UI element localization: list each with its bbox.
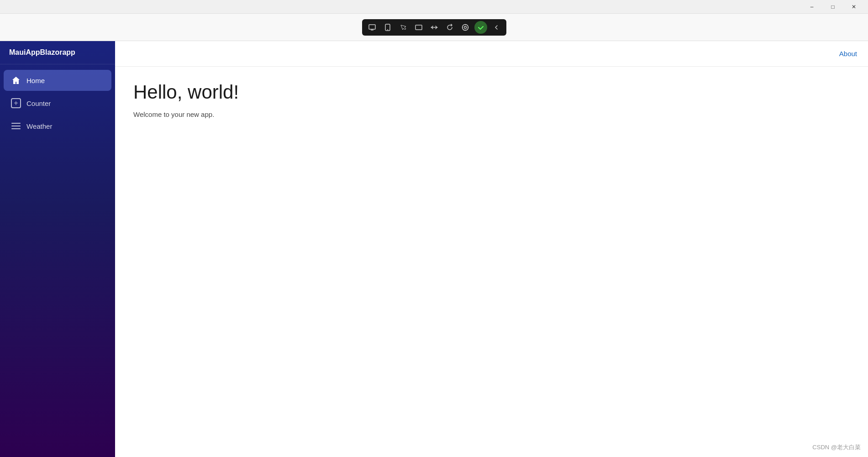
hamburger-line-2 bbox=[11, 126, 21, 126]
window-controls: – □ ✕ bbox=[801, 0, 864, 14]
app-title: MauiAppBlazorapp bbox=[0, 41, 115, 64]
svg-rect-0 bbox=[369, 25, 375, 29]
toolbar-bar bbox=[362, 19, 506, 36]
footer-watermark: CSDN @老大白菜 bbox=[812, 443, 861, 452]
main-layout: MauiAppBlazorapp Home + Coun bbox=[0, 41, 868, 457]
window-chrome: – □ ✕ bbox=[0, 0, 868, 14]
sidebar-item-counter[interactable]: + Counter bbox=[4, 93, 111, 114]
settings-icon[interactable] bbox=[459, 21, 472, 34]
weather-icon bbox=[11, 121, 21, 131]
page-content: Hello, world! Welcome to your new app. bbox=[115, 67, 868, 457]
sidebar-counter-label: Counter bbox=[26, 100, 51, 107]
cursor-icon[interactable] bbox=[397, 21, 410, 34]
top-toolbar bbox=[0, 14, 868, 41]
svg-rect-1 bbox=[371, 30, 374, 31]
move-icon[interactable] bbox=[428, 21, 441, 34]
sidebar-item-weather[interactable]: Weather bbox=[4, 116, 111, 137]
sidebar: MauiAppBlazorapp Home + Coun bbox=[0, 41, 115, 457]
hamburger-line-1 bbox=[11, 123, 21, 124]
svg-rect-4 bbox=[416, 25, 422, 30]
close-button[interactable]: ✕ bbox=[843, 0, 864, 14]
sidebar-weather-label: Weather bbox=[26, 122, 52, 130]
nav-items: Home + Counter bbox=[0, 64, 115, 142]
phone-icon[interactable] bbox=[381, 21, 394, 34]
check-icon[interactable] bbox=[474, 21, 487, 34]
page-subtitle: Welcome to your new app. bbox=[133, 110, 850, 118]
about-link[interactable]: About bbox=[839, 50, 857, 58]
svg-point-3 bbox=[387, 29, 388, 30]
svg-point-6 bbox=[462, 24, 468, 30]
collapse-icon[interactable] bbox=[490, 21, 503, 34]
minimize-button[interactable]: – bbox=[801, 0, 822, 14]
hamburger-icon bbox=[11, 123, 21, 129]
sidebar-home-label: Home bbox=[26, 77, 45, 84]
sidebar-item-home[interactable]: Home bbox=[4, 70, 111, 91]
svg-point-5 bbox=[464, 26, 466, 28]
app-container: MauiAppBlazorapp Home + Coun bbox=[0, 14, 868, 457]
counter-icon: + bbox=[11, 98, 21, 108]
page-heading: Hello, world! bbox=[133, 81, 850, 103]
content-area: About Hello, world! Welcome to your new … bbox=[115, 41, 868, 457]
header-bar: About bbox=[115, 41, 868, 67]
rectangle-icon[interactable] bbox=[412, 21, 425, 34]
plus-icon: + bbox=[11, 98, 21, 108]
hamburger-line-3 bbox=[11, 128, 21, 129]
maximize-button[interactable]: □ bbox=[822, 0, 843, 14]
refresh-icon[interactable] bbox=[443, 21, 456, 34]
home-icon bbox=[11, 75, 21, 85]
device-icon[interactable] bbox=[366, 21, 379, 34]
